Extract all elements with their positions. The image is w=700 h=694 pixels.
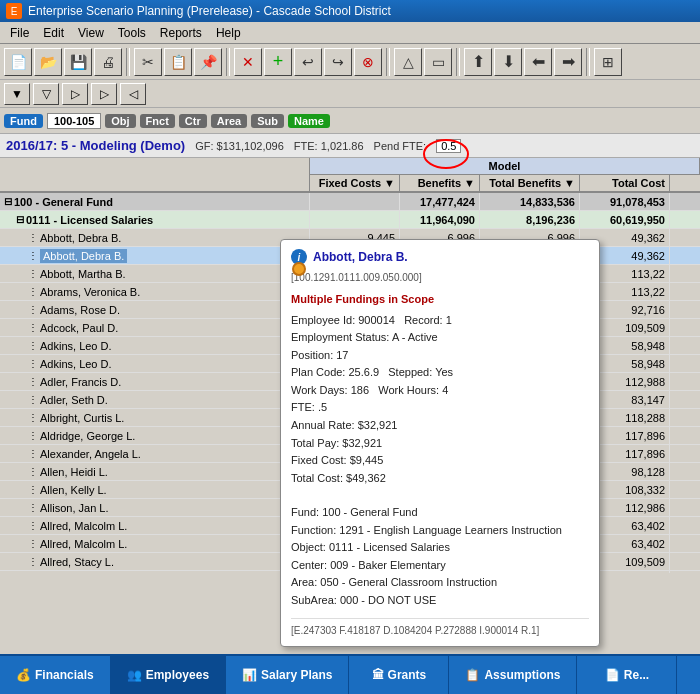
col-header-benefits[interactable]: Benefits ▼ [400, 175, 480, 191]
toolbar-stop[interactable]: ⊗ [354, 48, 382, 76]
tooltip-annual-rate: Annual Rate: $32,921 [291, 419, 397, 431]
toolbar-cut[interactable]: ✂ [134, 48, 162, 76]
cell-name: ⋮ Adler, Seth D. [0, 391, 310, 408]
cell-name: ⋮ Alexander, Angela L. [0, 445, 310, 462]
menu-help[interactable]: Help [210, 24, 247, 42]
tab-reports-label: Re... [624, 668, 649, 682]
tab-reports-icon: 📄 [605, 668, 620, 682]
tooltip-stepped: Stepped: Yes [388, 366, 453, 378]
tab-financials-label: Financials [35, 668, 94, 682]
cell-name: ⋮ Adkins, Leo D. [0, 355, 310, 372]
toolbar-open[interactable]: 📂 [34, 48, 62, 76]
menu-bar: File Edit View Tools Reports Help [0, 22, 700, 44]
filter-btn-1[interactable]: ▼ [4, 83, 30, 105]
chip-sub[interactable]: Sub [251, 114, 284, 128]
tooltip-fte: FTE: .5 [291, 401, 327, 413]
app-icon: E [6, 3, 22, 19]
filter-btn-5[interactable]: ◁ [120, 83, 146, 105]
toolbar-delete[interactable]: ✕ [234, 48, 262, 76]
grid-column-headers: Fixed Costs ▼ Benefits ▼ Total Benefits … [0, 175, 700, 193]
scenario-gf: GF: $131,102,096 [195, 140, 284, 152]
tab-salary-plans-icon: 📊 [242, 668, 257, 682]
bottom-tabs: 💰 Financials 👥 Employees 📊 Salary Plans … [0, 654, 700, 694]
toolbar-box[interactable]: ▭ [424, 48, 452, 76]
cell-benefits: 11,964,090 [400, 211, 480, 228]
cell-name: ⋮ Adcock, Paul D. [0, 319, 310, 336]
main-content: 2016/17: 5 - Modeling (Demo) GF: $131,10… [0, 134, 700, 654]
tab-assumptions[interactable]: 📋 Assumptions [449, 656, 577, 694]
cell-name: ⋮ Arnold, Dwight R. [0, 571, 310, 573]
grid-header-area: Model [0, 158, 700, 175]
tooltip-code: [100.1291.0111.009.050.000] [291, 270, 589, 285]
tooltip-footer: [E.247303 F.418187 D.1084204 P.272888 I.… [291, 618, 589, 638]
toolbar-paste[interactable]: 📌 [194, 48, 222, 76]
scenario-pend-fte-value: 0.5 [436, 139, 461, 153]
tooltip-name: Abbott, Debra B. [313, 248, 408, 266]
chip-obj[interactable]: Obj [105, 114, 135, 128]
toolbar-add[interactable]: + [264, 48, 292, 76]
tooltip-work-hours: Work Hours: 4 [378, 384, 448, 396]
tab-grants-label: Grants [388, 668, 427, 682]
col-header-total-cost[interactable]: Total Cost [580, 175, 670, 191]
toolbar-grid[interactable]: ⊞ [594, 48, 622, 76]
toolbar-print[interactable]: 🖨 [94, 48, 122, 76]
tab-grants[interactable]: 🏛 Grants [349, 656, 449, 694]
toolbar-triangle[interactable]: △ [394, 48, 422, 76]
tab-financials[interactable]: 💰 Financials [0, 656, 111, 694]
toolbar-left[interactable]: ⬅ [524, 48, 552, 76]
chip-name[interactable]: Name [288, 114, 330, 128]
menu-file[interactable]: File [4, 24, 35, 42]
tab-salary-plans[interactable]: 📊 Salary Plans [226, 656, 349, 694]
separator-4 [456, 48, 460, 76]
toolbar-redo[interactable]: ↪ [324, 48, 352, 76]
toolbar-new[interactable]: 📄 [4, 48, 32, 76]
toolbar-right[interactable]: ➡ [554, 48, 582, 76]
toolbar-up[interactable]: ⬆ [464, 48, 492, 76]
chip-fnct[interactable]: Fnct [140, 114, 175, 128]
cell-name: ⋮ Adams, Rose D. [0, 301, 310, 318]
cell-name: ⋮ Abbott, Debra B. [0, 247, 310, 264]
tooltip-sub-area: SubArea: 000 - DO NOT USE [291, 594, 436, 606]
scenario-fte: FTE: 1,021.86 [294, 140, 364, 152]
chip-area[interactable]: Area [211, 114, 247, 128]
filter-btn-4[interactable]: ▷ [91, 83, 117, 105]
tooltip-plan-code: Plan Code: 25.6.9 [291, 366, 379, 378]
tab-assumptions-icon: 📋 [465, 668, 480, 682]
table-row[interactable]: ⊟ 100 - General Fund 17,477,424 14,833,5… [0, 193, 700, 211]
tooltip-center: Center: 009 - Baker Elementary [291, 559, 446, 571]
tab-reports[interactable]: 📄 Re... [577, 656, 677, 694]
tooltip-record: Record: 1 [404, 314, 452, 326]
menu-tools[interactable]: Tools [112, 24, 152, 42]
tab-salary-plans-label: Salary Plans [261, 668, 332, 682]
cell-name: ⋮ Allred, Malcolm L. [0, 535, 310, 552]
cell-name: ⋮ Allred, Malcolm L. [0, 517, 310, 534]
cell-total-benefits: 8,196,236 [480, 211, 580, 228]
col-header-total-benefits[interactable]: Total Benefits ▼ [480, 175, 580, 191]
toolbar-save[interactable]: 💾 [64, 48, 92, 76]
separator-2 [226, 48, 230, 76]
toolbar-undo[interactable]: ↩ [294, 48, 322, 76]
tooltip-details: Employee Id: 900014 Record: 1 Employment… [291, 312, 589, 488]
tooltip-total-pay: Total Pay: $32,921 [291, 437, 382, 449]
filter-btn-2[interactable]: ▽ [33, 83, 59, 105]
grid-col-spacer [0, 158, 310, 175]
model-label: Model [310, 158, 700, 175]
menu-view[interactable]: View [72, 24, 110, 42]
tab-financials-icon: 💰 [16, 668, 31, 682]
toolbar-down[interactable]: ⬇ [494, 48, 522, 76]
cell-name: ⋮ Abbott, Debra B. [0, 229, 310, 246]
toolbar-copy[interactable]: 📋 [164, 48, 192, 76]
cell-name: ⋮ Abrams, Veronica B. [0, 283, 310, 300]
table-row[interactable]: ⊟ 0111 - Licensed Salaries 11,964,090 8,… [0, 211, 700, 229]
chip-ctr[interactable]: Ctr [179, 114, 207, 128]
menu-reports[interactable]: Reports [154, 24, 208, 42]
cell-total-cost: 60,619,950 [580, 211, 670, 228]
tab-employees-icon: 👥 [127, 668, 142, 682]
col-header-fixed[interactable]: Fixed Costs ▼ [310, 175, 400, 191]
filter-btn-3[interactable]: ▷ [62, 83, 88, 105]
cell-name: ⊟ 0111 - Licensed Salaries [0, 211, 310, 228]
tab-employees[interactable]: 👥 Employees [111, 656, 226, 694]
chip-fund[interactable]: Fund [4, 114, 43, 128]
cell-name: ⋮ Allison, Jan L. [0, 499, 310, 516]
menu-edit[interactable]: Edit [37, 24, 70, 42]
